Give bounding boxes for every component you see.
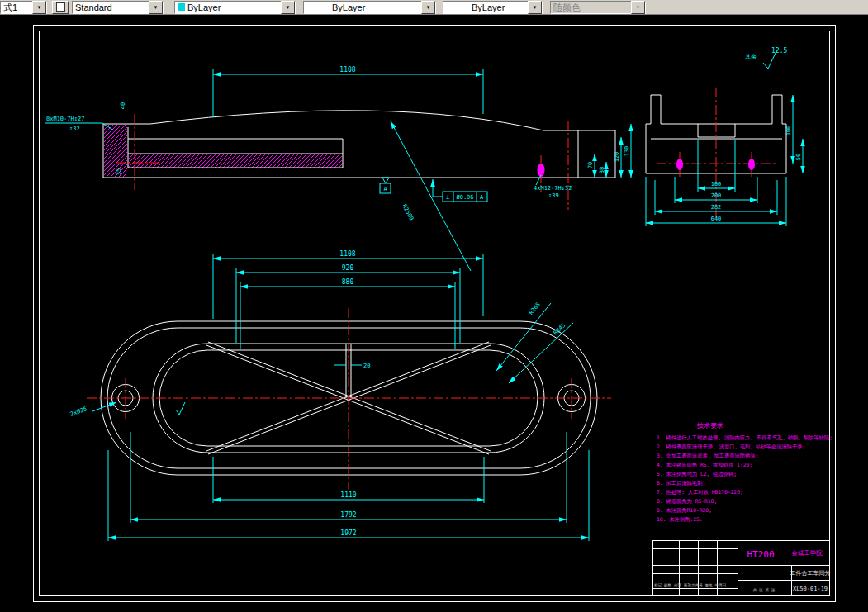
note-line: 4. 未注铸造圆角 R5, 拔模斜度 1:20; [657,462,752,468]
dim-text: 200 [711,192,722,199]
roughness-check-icon [176,402,185,415]
dim-text: 100 [785,126,792,136]
plot-style-combo: 随颜色 ▼ [550,1,646,14]
text-style-value: 式1 [1,2,32,13]
dim-style-combo[interactable]: Standard ▼ [72,1,164,14]
roughness-value: 12.5 [771,47,787,55]
plot-style-value: 随颜色 [551,2,631,13]
fcf-symbol: ⊥ [446,194,449,201]
dim-text: 100 [711,181,722,187]
style-manager-button[interactable] [52,1,69,14]
roughness-note: 其余 12.5 [745,47,787,69]
note-line: 1. 铸件进行人工时效处理, 消除内应力, 不得有气孔、砂眼、裂纹等缺陷; [657,434,832,441]
datum-label: A [383,186,387,192]
dim-text: 282 [711,204,722,211]
dim-text: 1110 [340,491,356,499]
drawing-viewport[interactable]: 1108 8xM10-7H↧27 ↧32 40 35 4xM12-7H↧32 ↧… [0,15,868,612]
hole-note: 4xM12-7H↧32 [534,185,572,192]
chevron-down-icon[interactable]: ▼ [149,1,163,14]
note-line: 7. 热处理: 人工时效 HB170~220; [657,489,743,496]
dim-text: 40 [120,102,126,109]
radius-text: R245 [553,322,567,336]
datum-flag: A [380,178,391,193]
arc-radius-text: R2500 [401,203,415,221]
lineweight-combo[interactable]: ByLayer ▼ [443,1,543,14]
lineweight-value: ByLayer [469,2,528,13]
note-line: 8. 铸造圆角为 R5~R10; [657,498,717,505]
color-swatch-icon [178,3,185,11]
dim-text: 880 [342,278,354,286]
hole-note: 2xØ25 [69,406,88,418]
part-name: 工件合工车间分 [790,570,831,576]
dim-text: 1108 [339,66,355,74]
plan-view: 1108 920 880 20 1110 1792 1972 2xØ25 [69,250,611,541]
lineweight-sample-icon [448,7,469,7]
linetype-combo[interactable]: ByLayer ▼ [303,1,436,14]
bolt-hole-section [748,159,755,170]
dim-text: 920 [342,264,354,272]
roughness-prefix: 其余 [745,54,757,60]
notes-title: 技术要求 [696,422,723,429]
chevron-down-icon[interactable]: ▼ [421,1,435,14]
thread-note: 8xM10-7H↧27 [46,116,84,122]
dim-text: 35 [116,168,122,175]
style-icon [56,2,65,12]
title-block: HT200 金城工学院 工件合工车间分 XL50-01-19 标记 处数 分区 … [652,540,831,595]
linetype-value: ByLayer [330,2,421,13]
revision-fields: 标记 处数 分区 更改文件号 签名 年月日 [653,582,726,588]
note-line: 10. 未注倒角:25. [657,516,703,523]
dim-text: 38 [599,167,605,173]
dim-text: 120 [614,152,620,163]
text-style-combo[interactable]: 式1 ▼ [0,1,47,14]
company-label: 金城工学院 [791,549,823,557]
end-view: 100 200 282 640 100 50 [646,88,803,226]
cad-application: 式1 ▼ Standard ▼ ByLayer ▼ ByLayer ▼ ByLa… [0,0,868,612]
fcf-datum: A [480,194,484,201]
sheet-frame [33,25,835,601]
dim-text: 20 [363,363,370,369]
hole-note-depth: ↧39 [548,192,559,199]
radius-text: R265 [528,301,542,316]
chevron-down-icon[interactable]: ▼ [32,1,46,14]
sheet-info: 共 张 第 张 [753,588,776,593]
note-line: 2. 铸件表面应清理干净, 浇冒口、毛刺、粘砂等必须清除干净; [657,444,805,450]
chevron-down-icon: ▼ [631,1,645,14]
fcf-tolerance: Ø0.06 [456,194,473,201]
note-line: 9. 未注圆角R10-R20; [657,507,712,514]
dim-text: 1108 [339,250,355,258]
bolt-hole-section [676,159,683,170]
color-combo[interactable]: ByLayer ▼ [174,1,296,14]
color-value: ByLayer [185,2,281,13]
dim-text: 50 [795,154,802,160]
chevron-down-icon[interactable]: ▼ [281,1,295,14]
technical-notes: 技术要求 1. 铸件进行人工时效处理, 消除内应力, 不得有气孔、砂眼、裂纹等缺… [657,422,832,523]
drawing-canvas[interactable]: 1108 8xM10-7H↧27 ↧32 40 35 4xM12-7H↧32 ↧… [0,15,868,612]
dim-text: 1792 [340,511,356,519]
dim-text: 130 [624,146,630,157]
feature-control-frame: ⊥ Ø0.06 A [433,179,487,202]
properties-toolbar: 式1 ▼ Standard ▼ ByLayer ▼ ByLayer ▼ ByLa… [0,0,868,15]
note-line: 6. 加工后清除毛刺; [657,480,705,486]
note-line: 5. 未注倒角均为 C2, 锐边倒钝; [657,471,737,477]
bolt-hole-section [538,164,545,177]
dim-style-value: Standard [73,2,149,13]
linetype-sample-icon [308,7,330,7]
dim-text: 1972 [340,529,356,537]
side-view: 1108 8xM10-7H↧27 ↧32 40 35 4xM12-7H↧32 ↧… [45,66,631,271]
dim-text: 640 [711,216,722,222]
chevron-down-icon[interactable]: ▼ [528,1,542,14]
thread-note-depth: ↧32 [69,126,80,132]
material-label: HT200 [747,549,774,560]
drawing-number: XL50-01-19 [793,586,828,592]
dim-text: 70 [587,162,594,168]
note-line: 3. 非加工表面涂底漆, 加工表面涂防锈油; [657,453,759,459]
